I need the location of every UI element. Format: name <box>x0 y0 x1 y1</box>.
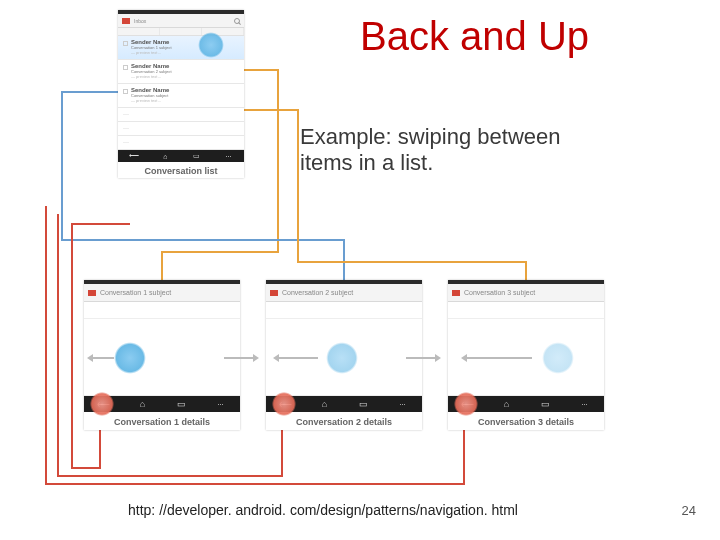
connector-lines <box>0 0 720 540</box>
screen-caption: Conversation list <box>118 162 244 178</box>
home-button[interactable]: ⌂ <box>158 152 172 160</box>
slide-subtitle: Example: swiping between items in a list… <box>300 124 600 176</box>
list-item[interactable]: Sender Name Conversation 2 subject — pre… <box>118 60 244 84</box>
checkbox-icon[interactable] <box>123 89 128 94</box>
slide-title: Back and Up <box>360 14 589 59</box>
snippet: — preview text… <box>131 50 239 55</box>
checkbox-icon[interactable] <box>123 65 128 70</box>
conversation-body[interactable] <box>84 302 240 396</box>
back-highlight-icon <box>90 392 114 416</box>
swipe-left-icon <box>278 357 318 359</box>
source-url: http: //developer. android. com/design/p… <box>128 502 518 518</box>
overflow-icon[interactable] <box>221 152 235 160</box>
phone-detail-1: Conversation 1 subject ⟵ ⌂ ▭ Conversatio… <box>84 280 240 430</box>
action-bar: Conversation 3 subject <box>448 284 604 302</box>
system-nav-bar: ⟵ ⌂ ▭ <box>84 396 240 412</box>
conversation-title: Conversation 1 subject <box>100 289 236 296</box>
swipe-left-icon <box>466 357 532 359</box>
snippet: — preview text… <box>131 98 239 103</box>
recents-button[interactable]: ▭ <box>357 400 371 408</box>
action-bar: Conversation 1 subject <box>84 284 240 302</box>
gmail-icon <box>122 18 130 24</box>
swipe-right-icon <box>224 357 254 359</box>
recents-button[interactable]: ▭ <box>190 152 204 160</box>
list-item-placeholder: — <box>118 122 244 136</box>
touch-indicator-icon <box>114 342 146 374</box>
conversation-title: Conversation 2 subject <box>282 289 418 296</box>
system-nav-bar: ⟵ ⌂ ▭ <box>448 396 604 412</box>
list-item[interactable]: Sender Name Conversation 1 subject — pre… <box>118 36 244 60</box>
recents-button[interactable]: ▭ <box>175 400 189 408</box>
checkbox-icon[interactable] <box>123 41 128 46</box>
system-nav-bar: ⟵ ⌂ ▭ <box>118 150 244 162</box>
action-bar-title: Inbox <box>134 18 230 24</box>
list-item-placeholder: — <box>118 136 244 150</box>
conversation-body[interactable] <box>448 302 604 396</box>
conversation-title: Conversation 3 subject <box>464 289 600 296</box>
search-icon[interactable] <box>234 18 240 24</box>
snippet: — preview text… <box>131 74 239 79</box>
overflow-icon[interactable] <box>396 400 410 408</box>
action-bar: Conversation 2 subject <box>266 284 422 302</box>
touch-indicator-icon <box>326 342 358 374</box>
touch-indicator-icon <box>542 342 574 374</box>
overflow-icon[interactable] <box>214 400 228 408</box>
phone-detail-2: Conversation 2 subject ⟵ ⌂ ▭ Conversatio… <box>266 280 422 430</box>
conversation-body[interactable] <box>266 302 422 396</box>
swipe-left-icon <box>92 357 114 359</box>
back-highlight-icon <box>272 392 296 416</box>
home-button[interactable]: ⌂ <box>318 400 332 408</box>
page-number: 24 <box>682 503 696 518</box>
tab-strip <box>118 28 244 36</box>
action-bar: Inbox <box>118 14 244 28</box>
home-button[interactable]: ⌂ <box>500 400 514 408</box>
gmail-icon <box>270 290 278 296</box>
gmail-icon <box>88 290 96 296</box>
system-nav-bar: ⟵ ⌂ ▭ <box>266 396 422 412</box>
swipe-right-icon <box>406 357 436 359</box>
overflow-icon[interactable] <box>578 400 592 408</box>
phone-list-screen: Inbox Sender Name Conversation 1 subject… <box>118 10 244 178</box>
list-item-placeholder: — <box>118 108 244 122</box>
gmail-icon <box>452 290 460 296</box>
back-button[interactable]: ⟵ <box>127 152 141 160</box>
back-highlight-icon <box>454 392 478 416</box>
home-button[interactable]: ⌂ <box>136 400 150 408</box>
list-item[interactable]: Sender Name Conversation subject — previ… <box>118 84 244 108</box>
recents-button[interactable]: ▭ <box>539 400 553 408</box>
phone-detail-3: Conversation 3 subject ⟵ ⌂ ▭ Conversatio… <box>448 280 604 430</box>
touch-indicator-icon <box>198 32 224 58</box>
